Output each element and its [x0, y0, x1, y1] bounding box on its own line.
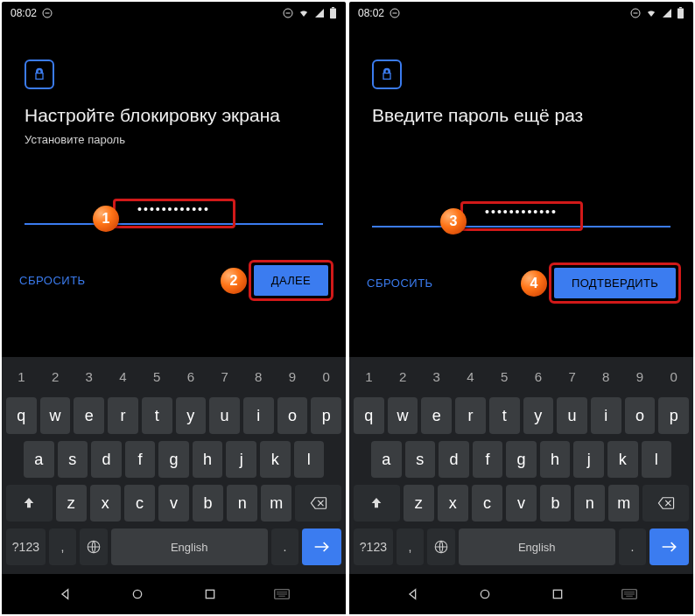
backspace-key[interactable]	[295, 485, 341, 522]
key-x[interactable]: x	[90, 485, 121, 522]
key-m[interactable]: m	[261, 485, 291, 522]
key-w[interactable]: w	[40, 397, 71, 434]
key-m[interactable]: m	[608, 485, 639, 522]
key-l[interactable]: l	[642, 441, 672, 478]
key-w[interactable]: w	[388, 397, 418, 434]
nav-home-icon[interactable]	[129, 585, 146, 603]
nav-back-icon[interactable]	[404, 585, 422, 603]
key-b[interactable]: b	[540, 485, 571, 522]
key-0[interactable]: 0	[311, 362, 341, 390]
key-e[interactable]: e	[74, 397, 104, 434]
key-r[interactable]: r	[455, 397, 486, 434]
key-2[interactable]: 2	[388, 362, 418, 390]
nav-recent-icon[interactable]	[549, 585, 566, 603]
key-u[interactable]: u	[209, 397, 240, 434]
key-0[interactable]: 0	[658, 362, 689, 390]
symbols-key[interactable]: ?123	[354, 528, 393, 565]
shift-key[interactable]	[354, 485, 400, 522]
enter-key[interactable]	[302, 528, 341, 565]
nav-keyboard-icon[interactable]	[621, 585, 638, 603]
key-g[interactable]: g	[158, 441, 189, 478]
nav-keyboard-icon[interactable]	[273, 585, 291, 603]
reset-button[interactable]: СБРОСИТЬ	[19, 274, 86, 287]
key-5[interactable]: 5	[142, 362, 172, 390]
period-key[interactable]: .	[619, 528, 646, 565]
key-x[interactable]: x	[438, 485, 468, 522]
key-b[interactable]: b	[193, 485, 223, 522]
key-z[interactable]: z	[56, 485, 87, 522]
key-j[interactable]: j	[226, 441, 256, 478]
key-q[interactable]: q	[354, 397, 384, 434]
reset-button[interactable]: СБРОСИТЬ	[367, 276, 433, 290]
key-k[interactable]: k	[260, 441, 291, 478]
key-r[interactable]: r	[108, 397, 138, 434]
key-u[interactable]: u	[557, 397, 587, 434]
key-h[interactable]: h	[193, 441, 223, 478]
key-i[interactable]: i	[591, 397, 621, 434]
key-t[interactable]: t	[142, 397, 172, 434]
key-h[interactable]: h	[540, 441, 571, 478]
key-9[interactable]: 9	[277, 362, 308, 390]
key-n[interactable]: n	[227, 485, 257, 522]
key-8[interactable]: 8	[591, 362, 621, 390]
language-key[interactable]	[80, 528, 107, 565]
key-g[interactable]: g	[506, 441, 537, 478]
key-a[interactable]: a	[24, 441, 54, 478]
key-q[interactable]: q	[6, 397, 37, 434]
key-4[interactable]: 4	[455, 362, 486, 390]
next-button[interactable]: ДАЛЕЕ	[254, 265, 328, 296]
symbols-key[interactable]: ?123	[6, 528, 46, 565]
key-7[interactable]: 7	[209, 362, 240, 390]
key-p[interactable]: p	[658, 397, 689, 434]
key-7[interactable]: 7	[557, 362, 587, 390]
key-6[interactable]: 6	[523, 362, 554, 390]
key-f[interactable]: f	[473, 441, 503, 478]
key-i[interactable]: i	[243, 397, 274, 434]
key-z[interactable]: z	[404, 485, 434, 522]
key-k[interactable]: k	[607, 441, 638, 478]
key-9[interactable]: 9	[625, 362, 656, 390]
key-2[interactable]: 2	[40, 362, 71, 390]
language-key[interactable]	[427, 528, 454, 565]
period-key[interactable]: .	[271, 528, 298, 565]
key-f[interactable]: f	[125, 441, 156, 478]
spacebar-key[interactable]: English	[111, 528, 268, 565]
key-1[interactable]: 1	[354, 362, 384, 390]
key-y[interactable]: y	[523, 397, 554, 434]
keyboard[interactable]: 1234567890 qwertyuiop asdfghjkl zxcvbnm …	[2, 357, 346, 574]
key-v[interactable]: v	[506, 485, 537, 522]
key-o[interactable]: o	[277, 397, 308, 434]
key-6[interactable]: 6	[176, 362, 207, 390]
key-1[interactable]: 1	[6, 362, 37, 390]
nav-recent-icon[interactable]	[201, 585, 219, 603]
key-a[interactable]: a	[371, 441, 402, 478]
backspace-key[interactable]	[642, 485, 689, 522]
comma-key[interactable]: ,	[49, 528, 76, 565]
key-l[interactable]: l	[294, 441, 325, 478]
key-c[interactable]: c	[124, 485, 155, 522]
password-input[interactable]	[372, 200, 670, 228]
nav-home-icon[interactable]	[476, 585, 494, 603]
spacebar-key[interactable]: English	[459, 528, 615, 565]
nav-back-icon[interactable]	[57, 585, 74, 603]
key-y[interactable]: y	[176, 397, 207, 434]
key-p[interactable]: p	[311, 397, 341, 434]
key-o[interactable]: o	[625, 397, 656, 434]
key-e[interactable]: e	[421, 397, 452, 434]
comma-key[interactable]: ,	[397, 528, 424, 565]
key-n[interactable]: n	[574, 485, 605, 522]
key-t[interactable]: t	[489, 397, 520, 434]
key-d[interactable]: d	[439, 441, 469, 478]
key-3[interactable]: 3	[74, 362, 104, 390]
key-s[interactable]: s	[405, 441, 436, 478]
key-s[interactable]: s	[58, 441, 88, 478]
key-c[interactable]: c	[472, 485, 502, 522]
enter-key[interactable]	[649, 528, 689, 565]
key-5[interactable]: 5	[489, 362, 520, 390]
key-d[interactable]: d	[91, 441, 122, 478]
password-input[interactable]	[25, 197, 323, 225]
key-3[interactable]: 3	[421, 362, 452, 390]
key-4[interactable]: 4	[108, 362, 138, 390]
keyboard[interactable]: 1234567890 qwertyuiop asdfghjkl zxcvbnm …	[349, 357, 693, 574]
key-j[interactable]: j	[573, 441, 604, 478]
